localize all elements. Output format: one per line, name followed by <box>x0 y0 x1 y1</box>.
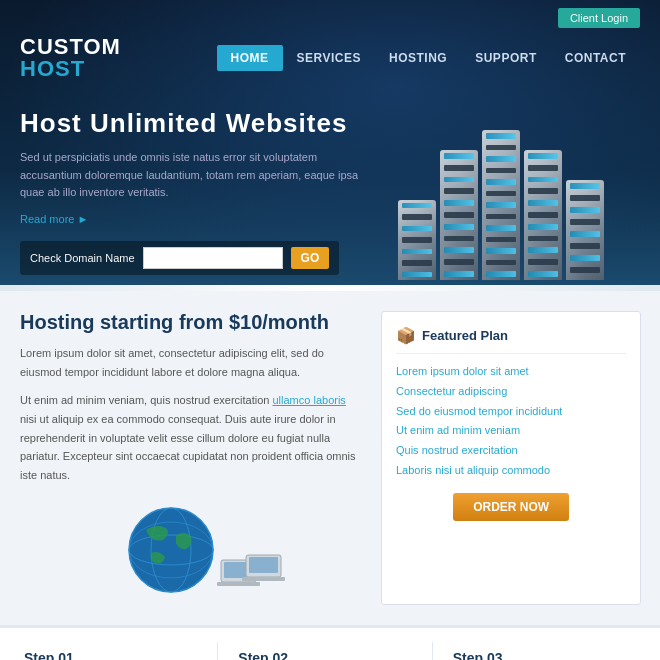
server-tower-3 <box>482 130 520 280</box>
hosting-desc-2: Ut enim ad minim veniam, quis nostrud ex… <box>20 391 361 484</box>
logo: CUSTOM HOST <box>20 36 121 80</box>
step-2: Step 02 Neque porro quisquam est, qui do… <box>228 642 432 660</box>
logo-line1: CUSTOM <box>20 36 121 58</box>
server-towers <box>398 130 604 280</box>
hosting-title: Hosting starting from $10/month <box>20 311 361 334</box>
domain-go-button[interactable]: GO <box>291 247 330 269</box>
nav-row: CUSTOM HOST HOME SERVICES HOSTING SUPPOR… <box>0 28 660 88</box>
server-tower-1 <box>398 200 436 280</box>
order-now-button[interactable]: ORDER NOW <box>453 493 569 521</box>
main-content: Hosting starting from $10/month Lorem ip… <box>0 291 660 660</box>
hero-text: Host Unlimited Websites Sed ut perspicia… <box>20 108 361 275</box>
domain-search-bar: Check Domain Name GO <box>20 241 339 275</box>
nav-contact[interactable]: CONTACT <box>551 45 640 71</box>
step-3: Step 03 Porro quisquam est, qui dolorem … <box>443 642 646 660</box>
top-bar: Client Login <box>0 0 660 28</box>
server-tower-4 <box>524 150 562 280</box>
hosting-image <box>20 495 361 605</box>
hero-section: Host Unlimited Websites Sed ut perspicia… <box>0 88 660 285</box>
steps-section: Step 01 Neque porro quisquam est, qui do… <box>0 625 660 660</box>
svg-rect-8 <box>249 557 278 573</box>
nav-home[interactable]: HOME <box>217 45 283 71</box>
nav-hosting[interactable]: HOSTING <box>375 45 461 71</box>
hosting-left: Hosting starting from $10/month Lorem ip… <box>20 311 361 605</box>
svg-rect-9 <box>242 577 285 581</box>
domain-label: Check Domain Name <box>30 252 135 264</box>
plan-list: Lorem ipsum dolor sit amet Consectetur a… <box>396 362 626 481</box>
nav-support[interactable]: SUPPORT <box>461 45 551 71</box>
domain-input[interactable] <box>143 247 283 269</box>
plan-icon: 📦 <box>396 326 416 345</box>
hosting-link[interactable]: ullamco laboris <box>273 394 346 406</box>
client-login-button[interactable]: Client Login <box>558 8 640 28</box>
hosting-desc-1: Lorem ipsum dolor sit amet, consectetur … <box>20 344 361 381</box>
hero-servers-visual <box>361 108 640 275</box>
featured-plan-title: Featured Plan <box>422 328 508 343</box>
svg-rect-6 <box>217 582 260 586</box>
step-1-title: Step 01 <box>24 650 207 660</box>
step-1: Step 01 Neque porro quisquam est, qui do… <box>14 642 218 660</box>
server-tower-2 <box>440 150 478 280</box>
hero-title: Host Unlimited Websites <box>20 108 361 139</box>
read-more-link[interactable]: Read more ► <box>20 213 88 225</box>
step-3-title: Step 03 <box>453 650 636 660</box>
featured-plan-header: 📦 Featured Plan <box>396 326 626 354</box>
plan-item-0: Lorem ipsum dolor sit amet <box>396 362 626 382</box>
server-tower-5 <box>566 180 604 280</box>
globe-svg <box>91 495 291 605</box>
plan-item-4: Quis nostrud exercitation <box>396 441 626 461</box>
plan-item-3: Ut enim ad minim veniam <box>396 421 626 441</box>
logo-line2: HOST <box>20 58 121 80</box>
header: Client Login CUSTOM HOST HOME SERVICES H… <box>0 0 660 285</box>
hosting-section: Hosting starting from $10/month Lorem ip… <box>20 311 640 605</box>
main-nav: HOME SERVICES HOSTING SUPPORT CONTACT <box>217 45 640 71</box>
nav-services[interactable]: SERVICES <box>283 45 375 71</box>
plan-item-1: Consectetur adipiscing <box>396 382 626 402</box>
hero-description: Sed ut perspiciatis unde omnis iste natu… <box>20 149 361 202</box>
plan-item-2: Sed do eiusmod tempor incididunt <box>396 402 626 422</box>
step-2-title: Step 02 <box>238 650 421 660</box>
plan-item-5: Laboris nisi ut aliquip commodo <box>396 461 626 481</box>
featured-plan-box: 📦 Featured Plan Lorem ipsum dolor sit am… <box>381 311 641 605</box>
svg-point-0 <box>129 508 213 592</box>
